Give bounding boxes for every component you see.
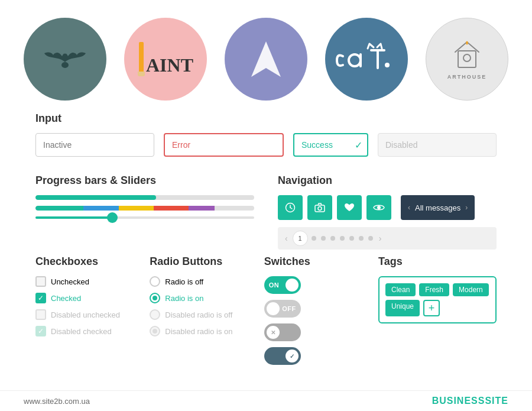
tags-box: Clean Fresh Modern Unique + (378, 276, 497, 323)
switch-on: ON (264, 276, 378, 294)
switch-on-track[interactable]: ON (264, 276, 301, 294)
success-input-wrapper: ✓ (293, 133, 368, 157)
two-col-top: Progress bars & Sliders (35, 174, 497, 250)
radio-off-button[interactable] (150, 276, 160, 287)
tag-fresh[interactable]: Fresh (419, 283, 449, 296)
tag-unique[interactable]: Unique (385, 300, 420, 316)
pagination-prev[interactable]: ‹ (283, 234, 290, 243)
radio-title: Radio Buttons (150, 255, 264, 268)
radio-disabled-off-button (150, 309, 160, 320)
checked-label: Checked (51, 294, 81, 303)
input-section: Input ✓ (35, 112, 497, 157)
radio-disabled-on-label: Disabled radio is on (165, 327, 232, 336)
error-input[interactable] (164, 133, 284, 157)
switch-off-track[interactable]: OFF (264, 300, 301, 318)
tag-add-button[interactable]: + (423, 300, 440, 316)
tags-title: Tags (378, 255, 497, 268)
progress-section: Progress bars & Sliders (35, 174, 254, 232)
unchecked-label: Unchecked (51, 277, 89, 286)
all-messages-label: All messages (415, 203, 460, 212)
radio-on: Radio is on (150, 293, 264, 303)
checkbox-disabled-checked: ✓ Disabled checked (35, 326, 150, 336)
checkbox-checked: ✓ Checked (35, 293, 150, 303)
page-dot-8[interactable] (368, 236, 373, 241)
switch-off-text: OFF (282, 305, 296, 312)
switch-off-thumb (267, 302, 280, 315)
page-dot-7[interactable] (359, 236, 364, 241)
nav-icon-eye[interactable] (366, 195, 391, 220)
paint-logo: AINT (124, 18, 207, 101)
brand-text: BUSINESS (432, 396, 485, 406)
page-dot-2[interactable] (312, 236, 316, 241)
checkboxes-section: Checkboxes Unchecked ✓ Checked Disabled … (35, 255, 150, 371)
page-dot-4[interactable] (330, 236, 335, 241)
nav-icon-camera[interactable] (307, 195, 332, 220)
checkbox-unchecked: Unchecked (35, 276, 150, 287)
progress-bar-2 (35, 206, 254, 211)
tag-clean[interactable]: Clean (385, 283, 416, 296)
switch-check-track[interactable]: ✓ (264, 347, 301, 365)
left-chevron: ‹ (408, 203, 410, 212)
unchecked-box[interactable] (35, 276, 46, 287)
arrow-logo (225, 18, 307, 101)
switches-title: Switches (264, 255, 378, 268)
progress-slider[interactable] (35, 216, 254, 219)
nav-icon-heart[interactable] (337, 195, 362, 220)
disabled-unchecked-box (35, 309, 46, 320)
nav-icon-clock[interactable] (278, 195, 303, 220)
inactive-input[interactable] (35, 133, 154, 157)
disabled-unchecked-label: Disabled unchecked (51, 310, 120, 319)
disabled-checked-label: Disabled checked (51, 327, 112, 336)
switch-x-thumb: ✕ (267, 326, 280, 339)
pagination-next[interactable]: › (377, 234, 384, 243)
bottom-row: Checkboxes Unchecked ✓ Checked Disabled … (35, 255, 497, 371)
input-row: ✓ (35, 133, 497, 157)
progress-title: Progress bars & Sliders (35, 174, 254, 187)
disabled-input (378, 133, 497, 157)
switch-x-track[interactable]: ✕ (264, 323, 301, 341)
checked-box[interactable]: ✓ (35, 293, 46, 303)
switch-check-thumb: ✓ (286, 349, 299, 363)
checkboxes-title: Checkboxes (35, 255, 150, 268)
disabled-checked-box: ✓ (35, 326, 46, 336)
footer-url: www.site2b.com.ua (24, 397, 90, 406)
checkbox-disabled-unchecked: Disabled unchecked (35, 309, 150, 320)
tags-section: Tags Clean Fresh Modern Unique + (378, 255, 497, 371)
radio-disabled-on: Disabled radio is on (150, 326, 264, 336)
all-messages-button[interactable]: ‹ All messages › (401, 195, 475, 220)
radio-off-label: Radio is off (165, 277, 203, 286)
svg-rect-7 (458, 51, 476, 67)
svg-point-0 (61, 62, 69, 68)
switch-x: ✕ (264, 323, 378, 341)
page-dot-3[interactable] (321, 236, 326, 241)
radio-disabled-off: Disabled radio is off (150, 309, 264, 320)
cat-logo (325, 18, 408, 101)
page-dot-5[interactable] (340, 236, 345, 241)
navigation-title: Navigation (278, 174, 497, 187)
svg-point-8 (463, 54, 471, 62)
svg-point-14 (318, 207, 322, 211)
svg-point-6 (385, 63, 390, 67)
radio-buttons-section: Radio Buttons Radio is off Radio is on D… (150, 255, 264, 371)
switch-on-thumb (286, 279, 299, 292)
page-1[interactable]: 1 (293, 231, 308, 246)
radio-on-label: Radio is on (165, 294, 203, 303)
radio-on-button[interactable] (150, 293, 160, 303)
radio-disabled-on-button (150, 326, 160, 336)
success-check-icon: ✓ (355, 140, 362, 151)
navigation-section: Navigation (278, 174, 497, 250)
svg-marker-1 (251, 41, 281, 77)
page-dot-6[interactable] (349, 236, 354, 241)
svg-point-2 (349, 54, 361, 66)
input-title: Input (35, 112, 497, 125)
logos-row: AINT (0, 0, 532, 112)
footer: www.site2b.com.ua BUSINESSSITE (0, 390, 532, 411)
switch-off: OFF (264, 300, 378, 318)
right-chevron: › (465, 203, 468, 212)
tag-modern[interactable]: Modern (453, 283, 489, 296)
svg-point-15 (377, 206, 381, 209)
switch-on-text: ON (269, 281, 280, 289)
brand-accent: SITE (485, 396, 508, 406)
switch-check: ✓ (264, 347, 378, 365)
svg-line-12 (290, 208, 292, 209)
